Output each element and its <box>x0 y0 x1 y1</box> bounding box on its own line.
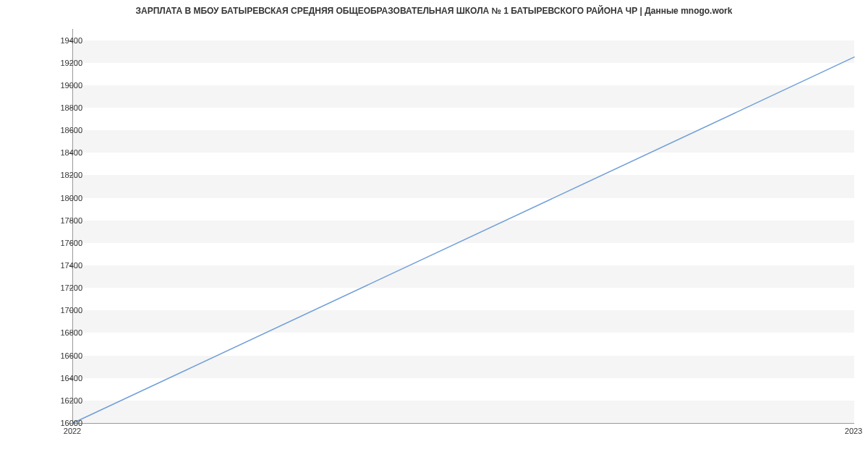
x-tick-label: 2023 <box>845 427 862 435</box>
y-tick-label: 17000 <box>39 306 82 315</box>
x-tick-label: 2022 <box>64 427 81 435</box>
plot-area <box>72 29 854 424</box>
y-tick-label: 18200 <box>39 171 82 179</box>
y-tick-label: 19400 <box>39 36 82 45</box>
y-tick-label: 18800 <box>39 103 82 112</box>
y-tick-label: 17600 <box>39 239 82 247</box>
y-tick-label: 16200 <box>39 396 82 405</box>
chart-title: ЗАРПЛАТА В МБОУ БАТЫРЕВСКАЯ СРЕДНЯЯ ОБЩЕ… <box>0 6 868 16</box>
line-series <box>73 29 854 423</box>
y-tick-label: 17400 <box>39 261 82 270</box>
y-tick-label: 18000 <box>39 194 82 202</box>
y-tick-label: 17800 <box>39 216 82 225</box>
y-tick-label: 17200 <box>39 283 82 292</box>
y-tick-label: 16400 <box>39 374 82 383</box>
y-tick-label: 19200 <box>39 59 82 67</box>
y-tick-label: 16600 <box>39 351 82 360</box>
chart-container: ЗАРПЛАТА В МБОУ БАТЫРЕВСКАЯ СРЕДНЯЯ ОБЩЕ… <box>0 0 868 470</box>
y-tick-label: 18600 <box>39 126 82 134</box>
y-tick-label: 18400 <box>39 148 82 157</box>
y-tick-label: 16800 <box>39 328 82 337</box>
y-tick-label: 19000 <box>39 81 82 90</box>
